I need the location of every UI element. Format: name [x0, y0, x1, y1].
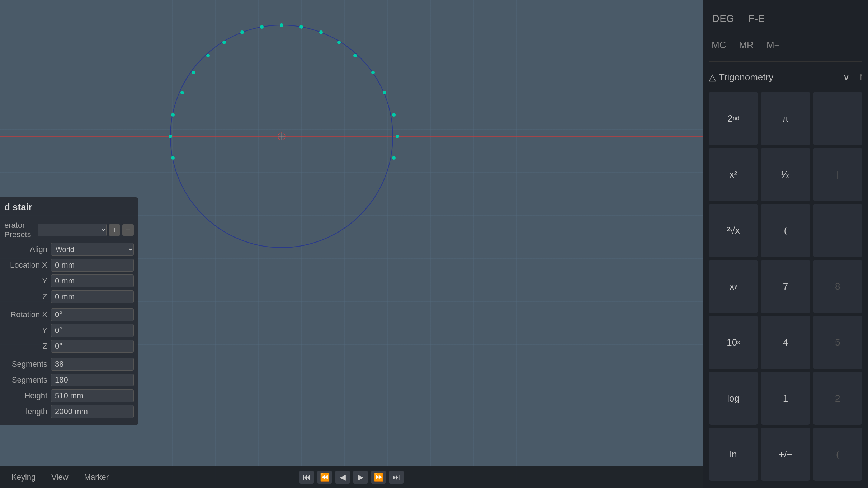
svg-point-22 [392, 156, 396, 160]
rotation-y-label: Y [4, 326, 51, 335]
location-z-label: Z [4, 292, 51, 301]
trig-icon: △ [709, 72, 716, 83]
viewport: d stair erator Presets + − Align World L… [0, 0, 703, 488]
svg-point-6 [299, 25, 303, 29]
btn-1[interactable]: 1 [761, 372, 810, 425]
deg-button[interactable]: DEG [709, 11, 738, 27]
tab-keying[interactable]: Keying [7, 470, 40, 484]
svg-point-16 [169, 135, 172, 138]
location-y-row: Y 0 mm [4, 274, 134, 287]
presets-row: erator Presets + − [4, 221, 134, 239]
btn-placeholder-5[interactable]: 5 [813, 316, 862, 369]
calc-buttons-grid: 2nd π — x² ¹⁄ₓ | ²√x ( xy 7 8 10x 4 5 lo… [709, 92, 862, 481]
length-value[interactable]: 2000 mm [51, 405, 134, 418]
btn-placeholder-4[interactable]: 8 [813, 260, 862, 313]
btn-4[interactable]: 4 [761, 316, 810, 369]
rotation-x-label: Rotation X [4, 310, 51, 319]
segments1-value[interactable]: 38 [51, 358, 134, 371]
btn-x2[interactable]: x² [709, 148, 758, 201]
segments2-label: Segments [4, 375, 51, 385]
svg-point-14 [180, 91, 184, 94]
length-row: length 2000 mm [4, 405, 134, 418]
svg-point-20 [392, 113, 396, 117]
rotation-z-row: Z 0° [4, 340, 134, 353]
step-back-button[interactable]: ⏪ [317, 471, 332, 484]
jump-end-button[interactable]: ⏭ [389, 471, 404, 484]
presets-label: erator Presets [4, 221, 36, 239]
btn-xy[interactable]: xy [709, 260, 758, 313]
btn-placeholder-1[interactable]: — [813, 92, 862, 145]
tab-marker[interactable]: Marker [80, 470, 113, 484]
btn-10x[interactable]: 10x [709, 316, 758, 369]
rotation-z-label: Z [4, 342, 51, 351]
location-x-row: Location X 0 mm [4, 259, 134, 272]
height-row: Height 510 mm [4, 389, 134, 402]
height-label: Height [4, 391, 51, 400]
mr-button[interactable]: MR [736, 38, 756, 52]
svg-point-5 [260, 25, 264, 29]
add-preset-button[interactable]: + [109, 224, 120, 236]
btn-ln[interactable]: ln [709, 428, 758, 481]
align-dropdown[interactable]: World [51, 243, 134, 256]
btn-1x[interactable]: ¹⁄ₓ [761, 148, 810, 201]
btn-placeholder-2[interactable]: | [813, 148, 862, 201]
height-value[interactable]: 510 mm [51, 389, 134, 402]
svg-point-11 [206, 54, 210, 57]
jump-start-button[interactable]: ⏮ [299, 471, 314, 484]
location-z-value[interactable]: 0 mm [51, 290, 134, 303]
step-forward-button[interactable]: ⏩ [371, 471, 386, 484]
length-label: length [4, 407, 51, 416]
properties-panel: d stair erator Presets + − Align World L… [0, 197, 138, 425]
btn-log[interactable]: log [709, 372, 758, 425]
play-forward-button[interactable]: ▶ [353, 471, 368, 484]
divider1 [709, 61, 862, 62]
svg-point-9 [222, 41, 226, 44]
svg-point-17 [171, 156, 175, 160]
svg-point-19 [383, 91, 386, 94]
mplus-button[interactable]: M+ [764, 38, 783, 52]
calc-memory-row: MC MR M+ [709, 36, 862, 54]
play-back-button[interactable]: ◀ [335, 471, 350, 484]
tab-view[interactable]: View [47, 470, 72, 484]
calc-mode-row: DEG F-E [709, 7, 862, 30]
btn-placeholder-6[interactable]: 2 [813, 372, 862, 425]
bottom-bar: Keying View Marker ⏮ ⏪ ◀ ▶ ⏩ ⏭ [0, 466, 703, 488]
svg-point-13 [192, 71, 195, 74]
location-x-value[interactable]: 0 mm [51, 259, 134, 272]
segments1-label: Segments [4, 360, 51, 369]
mc-button[interactable]: MC [709, 38, 729, 52]
rotation-x-row: Rotation X 0° [4, 308, 134, 321]
calculator-panel: DEG F-E MC MR M+ △ Trigonometry ∨ f 2nd … [703, 0, 868, 488]
location-x-label: Location X [4, 261, 51, 270]
btn-2nd[interactable]: 2nd [709, 92, 758, 145]
segments1-row: Segments 38 [4, 358, 134, 371]
presets-dropdown[interactable] [38, 224, 107, 236]
segments2-value[interactable]: 180 [51, 374, 134, 386]
trig-section-header: △ Trigonometry ∨ f [709, 69, 862, 86]
func-label: f [860, 72, 862, 83]
rotation-x-value[interactable]: 0° [51, 308, 134, 321]
playback-controls: ⏮ ⏪ ◀ ▶ ⏩ ⏭ [299, 471, 404, 484]
svg-point-10 [337, 41, 341, 44]
location-z-row: Z 0 mm [4, 290, 134, 303]
segments2-row: Segments 180 [4, 374, 134, 386]
svg-point-12 [353, 54, 357, 57]
svg-point-18 [371, 71, 375, 74]
btn-7[interactable]: 7 [761, 260, 810, 313]
btn-pi[interactable]: π [761, 92, 810, 145]
btn-plusminus[interactable]: +/− [761, 428, 810, 481]
panel-title: d stair [4, 202, 134, 216]
align-row: Align World [4, 243, 134, 256]
btn-placeholder-7[interactable]: ( [813, 428, 862, 481]
location-y-value[interactable]: 0 mm [51, 274, 134, 287]
remove-preset-button[interactable]: − [122, 224, 134, 236]
btn-open-paren[interactable]: ( [761, 204, 810, 257]
location-y-label: Y [4, 276, 51, 286]
rotation-y-value[interactable]: 0° [51, 324, 134, 337]
align-label: Align [4, 245, 51, 254]
rotation-z-value[interactable]: 0° [51, 340, 134, 353]
fe-button[interactable]: F-E [745, 11, 768, 27]
svg-point-15 [171, 113, 175, 117]
btn-placeholder-3[interactable] [813, 204, 862, 257]
btn-2sqrtx[interactable]: ²√x [709, 204, 758, 257]
